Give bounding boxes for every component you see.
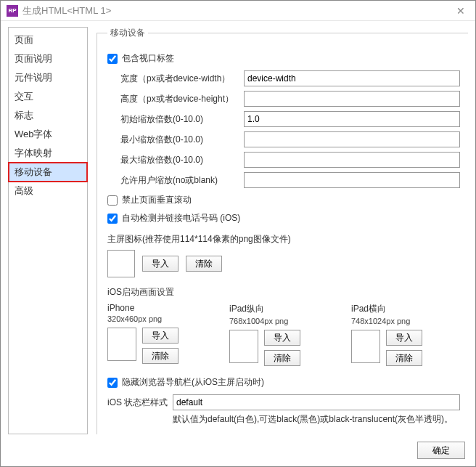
- splash-ipad-landscape-thumbnail: [351, 330, 380, 363]
- sidebar-item-advanced[interactable]: 高级: [9, 182, 87, 200]
- splash-heading: iOS启动画面设置: [107, 286, 460, 299]
- initial-scale-input[interactable]: [244, 111, 460, 127]
- splash-ipad-landscape-import-button[interactable]: 导入: [386, 330, 422, 346]
- status-bar-note: 默认值为default(白色),可选black(黑色)或black-transl…: [173, 413, 460, 426]
- width-label: 宽度（px或者device-width）: [120, 73, 244, 85]
- sidebar-item-page-desc[interactable]: 页面说明: [9, 49, 87, 68]
- home-icon-row: 导入 清除: [107, 250, 460, 277]
- height-input[interactable]: [244, 91, 460, 107]
- titlebar: RP 生成HTML<HTML 1> ✕: [1, 1, 475, 21]
- auto-detect-phone-label: 自动检测并链接电话号码 (iOS): [122, 212, 240, 224]
- app-icon: RP: [7, 5, 18, 17]
- splash-cell-ipad-portrait: iPad纵向 768x1004px png 导入 清除: [229, 303, 338, 366]
- status-bar-label: iOS 状态栏样式: [107, 394, 173, 409]
- home-icon-thumbnail: [107, 250, 135, 277]
- width-input[interactable]: [244, 70, 460, 86]
- splash-ipad-portrait-size: 768x1004px png: [229, 317, 338, 325]
- min-scale-label: 最小缩放倍数(0-10.0): [120, 134, 244, 146]
- splash-ipad-landscape-clear-button[interactable]: 清除: [386, 350, 422, 366]
- auto-detect-phone-checkbox[interactable]: [107, 214, 118, 224]
- sidebar-item-flags[interactable]: 标志: [9, 106, 87, 125]
- user-scalable-label: 允许用户缩放(no或blank): [120, 174, 244, 187]
- auto-detect-phone-row: 自动检测并链接电话号码 (iOS): [107, 212, 460, 224]
- sidebar-item-mobile[interactable]: 移动设备: [9, 163, 87, 182]
- splash-iphone-thumbnail: [107, 328, 136, 361]
- splash-ipad-portrait-title: iPad纵向: [229, 303, 338, 315]
- splash-iphone-size: 320x460px png: [107, 314, 216, 323]
- include-viewport-row: 包含视口标签: [107, 52, 460, 65]
- splash-iphone-import-button[interactable]: 导入: [142, 328, 178, 344]
- mobile-group-label: 移动设备: [107, 27, 148, 39]
- splash-cell-ipad-landscape: iPad横向 748x1024px png 导入 清除: [351, 303, 460, 366]
- max-scale-label: 最大缩放倍数(0-10.0): [120, 154, 244, 166]
- disable-vscroll-checkbox[interactable]: [107, 195, 118, 206]
- sidebar-item-widget-desc[interactable]: 元件说明: [9, 68, 87, 87]
- hide-nav-row: 隐藏浏览器导航栏(从iOS主屏启动时): [107, 376, 460, 389]
- home-icon-import-button[interactable]: 导入: [142, 256, 178, 272]
- splash-cell-iphone: iPhone 320x460px png 导入 清除: [107, 303, 216, 366]
- ok-button[interactable]: 确定: [417, 442, 465, 459]
- include-viewport-checkbox[interactable]: [107, 54, 118, 64]
- disable-vscroll-row: 禁止页面垂直滚动: [107, 194, 460, 206]
- window-title: 生成HTML<HTML 1>: [22, 4, 452, 17]
- splash-iphone-title: iPhone: [107, 303, 216, 313]
- sidebar: 页面 页面说明 元件说明 交互 标志 Web字体 字体映射 移动设备 高级: [8, 27, 88, 434]
- close-icon[interactable]: ✕: [452, 2, 469, 20]
- splash-ipad-portrait-import-button[interactable]: 导入: [264, 330, 300, 346]
- splash-ipad-landscape-title: iPad横向: [351, 303, 460, 315]
- dialog-window: RP 生成HTML<HTML 1> ✕ 页面 页面说明 元件说明 交互 标志 W…: [0, 0, 476, 467]
- user-scalable-input[interactable]: [244, 172, 460, 188]
- hide-nav-label: 隐藏浏览器导航栏(从iOS主屏启动时): [122, 376, 264, 389]
- splash-iphone-clear-button[interactable]: 清除: [142, 348, 178, 364]
- sidebar-item-web-fonts[interactable]: Web字体: [9, 125, 87, 144]
- main-panel: 移动设备 包含视口标签 宽度（px或者device-width） 高度（px或者…: [97, 27, 468, 434]
- include-viewport-label: 包含视口标签: [122, 52, 174, 65]
- sidebar-item-page[interactable]: 页面: [9, 31, 87, 49]
- home-icon-clear-button[interactable]: 清除: [186, 256, 222, 272]
- dialog-body: 页面 页面说明 元件说明 交互 标志 Web字体 字体映射 移动设备 高级 移动…: [1, 21, 475, 434]
- home-icon-heading: 主屏图标(推荐使用114*114像素的png图像文件): [107, 233, 460, 245]
- max-scale-input[interactable]: [244, 152, 460, 168]
- status-bar-row: iOS 状态栏样式 默认值为default(白色),可选black(黑色)或bl…: [107, 394, 460, 426]
- splash-grid: iPhone 320x460px png 导入 清除 iPad纵向 768x: [107, 303, 460, 366]
- hide-nav-checkbox[interactable]: [107, 378, 118, 388]
- mobile-group: 移动设备 包含视口标签 宽度（px或者device-width） 高度（px或者…: [97, 27, 468, 434]
- dialog-footer: 确定: [1, 434, 475, 466]
- splash-ipad-portrait-thumbnail: [229, 330, 258, 363]
- splash-ipad-portrait-clear-button[interactable]: 清除: [264, 350, 300, 366]
- initial-scale-label: 初始缩放倍数(0-10.0): [120, 113, 244, 126]
- splash-ipad-landscape-size: 748x1024px png: [351, 317, 460, 325]
- status-bar-input[interactable]: [173, 394, 460, 410]
- sidebar-item-font-mapping[interactable]: 字体映射: [9, 144, 87, 163]
- sidebar-item-interactions[interactable]: 交互: [9, 87, 87, 106]
- min-scale-input[interactable]: [244, 131, 460, 147]
- disable-vscroll-label: 禁止页面垂直滚动: [122, 194, 192, 206]
- height-label: 高度（px或者device-height）: [120, 93, 244, 105]
